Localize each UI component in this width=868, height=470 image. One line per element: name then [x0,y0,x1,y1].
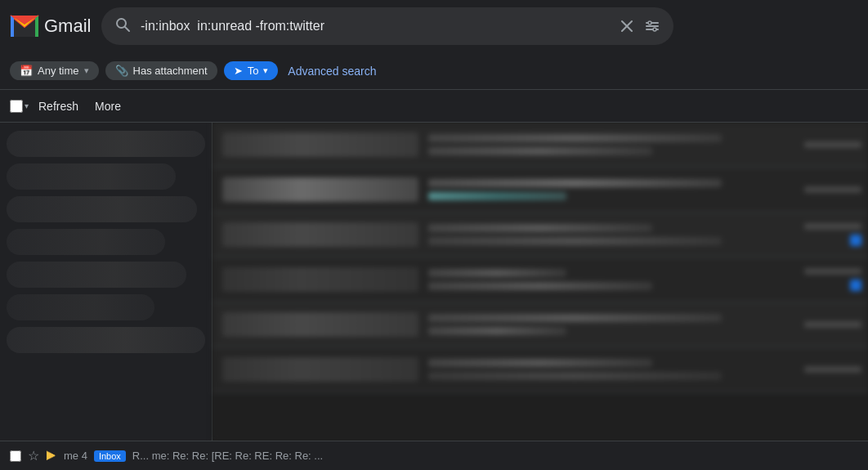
gmail-logo-text: Gmail [44,16,91,37]
email-line [428,372,722,380]
table-row[interactable] [213,123,868,168]
svg-line-1 [125,27,129,31]
search-input[interactable] [141,19,610,34]
svg-point-8 [653,28,656,31]
email-line [428,327,566,335]
calendar-icon: 📅 [20,65,33,77]
inbox-badge: Inbox [94,450,126,462]
emails-panel [213,123,868,441]
to-label: To [248,65,259,77]
any-time-dropdown-icon: ▾ [84,65,89,76]
email-sender-col [222,267,418,292]
table-row[interactable] [213,257,868,302]
gmail-logo: Gmail [10,15,92,38]
has-attachment-label: Has attachment [133,65,208,77]
to-chip[interactable]: ➤ To ▾ [224,61,279,80]
advanced-search-button[interactable]: Advanced search [288,65,376,78]
search-options-button[interactable] [644,18,660,34]
email-line [428,282,652,290]
email-line [428,224,652,232]
email-subject-col [428,302,773,347]
unread-indicator [850,235,861,246]
search-icon [114,16,131,37]
email-line [428,134,722,142]
table-row[interactable] [213,213,868,257]
sidebar-item [7,262,186,288]
filter-bar: 📅 Any time ▾ 📎 Has attachment ➤ To ▾ Adv… [0,52,868,90]
email-date [804,186,861,193]
email-sender-col [222,357,418,382]
attachment-icon: 📎 [115,65,128,77]
select-dropdown-icon[interactable]: ▾ [25,101,29,110]
any-time-chip[interactable]: 📅 Any time ▾ [10,61,99,80]
table-row[interactable] [213,168,868,213]
sidebar-item [7,131,205,157]
sidebar-item [7,294,154,320]
table-row[interactable] [213,347,868,392]
bottom-sender: me 4 [64,450,87,462]
email-date [804,223,861,230]
email-subject-col [428,123,773,167]
has-attachment-chip[interactable]: 📎 Has attachment [105,61,217,80]
email-date-col [780,302,861,347]
email-date [804,141,861,148]
email-subject-col [428,347,773,392]
more-button[interactable]: More [88,96,128,116]
main-area [0,123,868,441]
clear-search-button[interactable] [620,19,634,34]
email-date [804,268,861,275]
star-icon[interactable]: ☆ [28,448,39,463]
unread-indicator [850,280,861,291]
to-dropdown-icon: ▾ [263,65,268,76]
email-date-col [780,213,861,257]
email-line [428,359,652,367]
any-time-label: Any time [38,65,79,77]
bottom-subject: R... me: Re: Re: [RE: Re: RE: Re: Re: ..… [132,450,858,462]
email-subject-col [428,213,773,257]
sidebar-panel [0,123,213,441]
email-date-col [780,168,861,212]
toolbar-row: ▾ Refresh More [0,90,868,123]
email-line [428,237,722,245]
email-date-col [780,123,861,167]
select-all-checkbox[interactable] [10,100,23,113]
email-sender-col [222,177,418,202]
sidebar-item [7,163,176,190]
gmail-logo-icon [10,15,39,38]
sidebar-item [7,229,165,255]
email-line [428,192,566,200]
email-date-col [780,347,861,392]
bottom-bar: ☆ ⯈ me 4 Inbox R... me: Re: Re: [RE: Re:… [0,441,868,470]
email-date [804,321,861,328]
email-line [428,179,722,187]
search-bar [101,7,673,45]
email-sender-col [222,312,418,337]
sidebar-item [7,327,205,353]
top-bar: Gmail [0,0,868,52]
sidebar-item [7,196,197,222]
refresh-button[interactable]: Refresh [32,96,85,116]
to-arrow-icon: ➤ [234,65,243,77]
email-subject-col [428,257,773,302]
bottom-checkbox[interactable] [10,450,21,462]
select-all-wrap: ▾ [10,100,29,113]
email-line [428,314,722,322]
email-subject-col [428,168,773,212]
email-date-col [780,257,861,302]
email-sender-col [222,132,418,157]
tag-icon[interactable]: ⯈ [46,450,57,463]
table-row[interactable] [213,302,868,347]
svg-point-7 [648,21,651,25]
email-list [213,123,868,441]
email-line [428,147,652,155]
email-sender-col [222,222,418,247]
email-date [804,366,861,373]
email-line [428,269,566,277]
